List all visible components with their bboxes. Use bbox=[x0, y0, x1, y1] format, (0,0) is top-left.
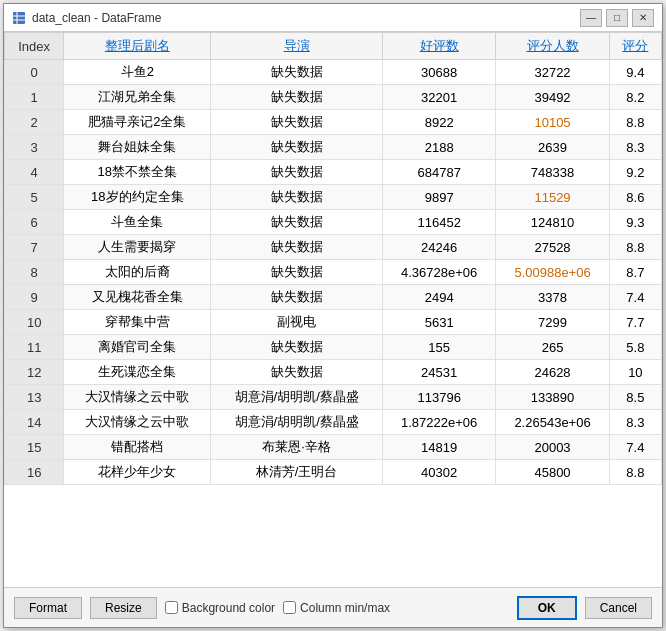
dataframe-table: Index 整理后剧名 导演 好评数 评分人数 评分 0斗鱼2缺失数据30688… bbox=[4, 32, 662, 485]
director-cell: 缺失数据 bbox=[211, 210, 383, 235]
title-cell: 大汉情缘之云中歌 bbox=[64, 410, 211, 435]
index-cell: 8 bbox=[5, 260, 64, 285]
column-minmax-checkbox[interactable] bbox=[283, 601, 296, 614]
rating-cell: 5.8 bbox=[609, 335, 661, 360]
table-row: 518岁的约定全集缺失数据9897115298.6 bbox=[5, 185, 662, 210]
column-minmax-checkbox-label[interactable]: Column min/max bbox=[283, 601, 390, 615]
rating-cell: 9.4 bbox=[609, 60, 661, 85]
title-cell: 穿帮集中营 bbox=[64, 310, 211, 335]
rating-cell: 7.4 bbox=[609, 435, 661, 460]
rating-cell: 8.8 bbox=[609, 460, 661, 485]
title-bar: data_clean - DataFrame — □ ✕ bbox=[4, 4, 662, 32]
director-cell: 缺失数据 bbox=[211, 360, 383, 385]
index-cell: 15 bbox=[5, 435, 64, 460]
col-header-rating[interactable]: 评分 bbox=[609, 33, 661, 60]
director-cell: 缺失数据 bbox=[211, 160, 383, 185]
good-reviews-cell: 116452 bbox=[383, 210, 496, 235]
title-cell: 肥猫寻亲记2全集 bbox=[64, 110, 211, 135]
table-row: 2肥猫寻亲记2全集缺失数据8922101058.8 bbox=[5, 110, 662, 135]
format-button[interactable]: Format bbox=[14, 597, 82, 619]
rating-cell: 8.3 bbox=[609, 410, 661, 435]
table-row: 16花样少年少女林清芳/王明台40302458008.8 bbox=[5, 460, 662, 485]
review-count-cell: 27528 bbox=[496, 235, 609, 260]
rating-cell: 8.5 bbox=[609, 385, 661, 410]
table-row: 418禁不禁全集缺失数据6847877483389.2 bbox=[5, 160, 662, 185]
index-cell: 14 bbox=[5, 410, 64, 435]
maximize-button[interactable]: □ bbox=[606, 9, 628, 27]
director-cell: 缺失数据 bbox=[211, 285, 383, 310]
rating-cell: 8.3 bbox=[609, 135, 661, 160]
col-header-good-reviews[interactable]: 好评数 bbox=[383, 33, 496, 60]
review-count-cell: 265 bbox=[496, 335, 609, 360]
table-row: 15错配搭档布莱恩·辛格14819200037.4 bbox=[5, 435, 662, 460]
good-reviews-cell: 30688 bbox=[383, 60, 496, 85]
column-minmax-label: Column min/max bbox=[300, 601, 390, 615]
review-count-cell: 45800 bbox=[496, 460, 609, 485]
good-reviews-cell: 684787 bbox=[383, 160, 496, 185]
review-count-cell: 39492 bbox=[496, 85, 609, 110]
rating-cell: 7.4 bbox=[609, 285, 661, 310]
good-reviews-cell: 8922 bbox=[383, 110, 496, 135]
index-cell: 0 bbox=[5, 60, 64, 85]
rating-cell: 9.2 bbox=[609, 160, 661, 185]
review-count-cell: 3378 bbox=[496, 285, 609, 310]
index-cell: 7 bbox=[5, 235, 64, 260]
director-cell: 缺失数据 bbox=[211, 60, 383, 85]
director-cell: 林清芳/王明台 bbox=[211, 460, 383, 485]
background-color-checkbox-label[interactable]: Background color bbox=[165, 601, 275, 615]
index-cell: 2 bbox=[5, 110, 64, 135]
table-row: 0斗鱼2缺失数据30688327229.4 bbox=[5, 60, 662, 85]
good-reviews-cell: 113796 bbox=[383, 385, 496, 410]
director-cell: 缺失数据 bbox=[211, 185, 383, 210]
index-cell: 16 bbox=[5, 460, 64, 485]
director-cell: 布莱恩·辛格 bbox=[211, 435, 383, 460]
title-cell: 斗鱼全集 bbox=[64, 210, 211, 235]
director-cell: 缺失数据 bbox=[211, 235, 383, 260]
col-header-review-count[interactable]: 评分人数 bbox=[496, 33, 609, 60]
review-count-cell: 20003 bbox=[496, 435, 609, 460]
good-reviews-cell: 2188 bbox=[383, 135, 496, 160]
background-color-checkbox[interactable] bbox=[165, 601, 178, 614]
table-row: 8太阳的后裔缺失数据4.36728e+065.00988e+068.7 bbox=[5, 260, 662, 285]
main-window: data_clean - DataFrame — □ ✕ Index 整理后剧名… bbox=[3, 3, 663, 628]
good-reviews-cell: 14819 bbox=[383, 435, 496, 460]
window-title: data_clean - DataFrame bbox=[32, 11, 580, 25]
index-cell: 12 bbox=[5, 360, 64, 385]
title-cell: 斗鱼2 bbox=[64, 60, 211, 85]
col-header-director[interactable]: 导演 bbox=[211, 33, 383, 60]
director-cell: 缺失数据 bbox=[211, 135, 383, 160]
rating-cell: 8.8 bbox=[609, 110, 661, 135]
review-count-cell: 2639 bbox=[496, 135, 609, 160]
index-cell: 9 bbox=[5, 285, 64, 310]
review-count-cell: 124810 bbox=[496, 210, 609, 235]
title-cell: 离婚官司全集 bbox=[64, 335, 211, 360]
background-color-label: Background color bbox=[182, 601, 275, 615]
good-reviews-cell: 9897 bbox=[383, 185, 496, 210]
table-row: 13大汉情缘之云中歌胡意涓/胡明凯/蔡晶盛1137961338908.5 bbox=[5, 385, 662, 410]
rating-cell: 10 bbox=[609, 360, 661, 385]
resize-button[interactable]: Resize bbox=[90, 597, 157, 619]
index-cell: 13 bbox=[5, 385, 64, 410]
ok-button[interactable]: OK bbox=[517, 596, 577, 620]
index-cell: 10 bbox=[5, 310, 64, 335]
cancel-button[interactable]: Cancel bbox=[585, 597, 652, 619]
index-cell: 11 bbox=[5, 335, 64, 360]
director-cell: 胡意涓/胡明凯/蔡晶盛 bbox=[211, 385, 383, 410]
index-cell: 5 bbox=[5, 185, 64, 210]
good-reviews-cell: 24531 bbox=[383, 360, 496, 385]
minimize-button[interactable]: — bbox=[580, 9, 602, 27]
director-cell: 胡意涓/胡明凯/蔡晶盛 bbox=[211, 410, 383, 435]
table-row: 11离婚官司全集缺失数据1552655.8 bbox=[5, 335, 662, 360]
close-button[interactable]: ✕ bbox=[632, 9, 654, 27]
title-cell: 人生需要揭穿 bbox=[64, 235, 211, 260]
title-cell: 太阳的后裔 bbox=[64, 260, 211, 285]
table-row: 9又见槐花香全集缺失数据249433787.4 bbox=[5, 285, 662, 310]
title-cell: 18岁的约定全集 bbox=[64, 185, 211, 210]
title-cell: 舞台姐妹全集 bbox=[64, 135, 211, 160]
good-reviews-cell: 24246 bbox=[383, 235, 496, 260]
rating-cell: 7.7 bbox=[609, 310, 661, 335]
table-row: 14大汉情缘之云中歌胡意涓/胡明凯/蔡晶盛1.87222e+062.26543e… bbox=[5, 410, 662, 435]
col-header-title[interactable]: 整理后剧名 bbox=[64, 33, 211, 60]
director-cell: 缺失数据 bbox=[211, 110, 383, 135]
table-header-row: Index 整理后剧名 导演 好评数 评分人数 评分 bbox=[5, 33, 662, 60]
